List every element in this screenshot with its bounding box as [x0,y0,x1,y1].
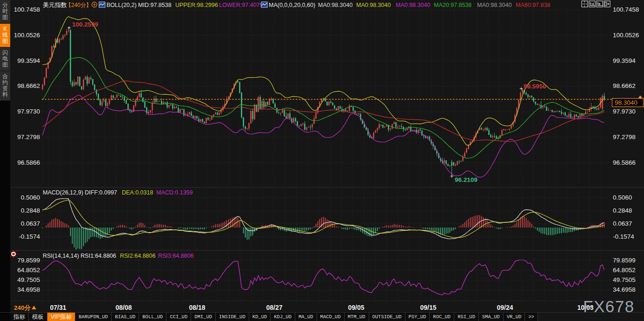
svg-text:0.5060: 0.5060 [613,194,632,201]
svg-text:96.2109: 96.2109 [455,176,478,183]
svg-text:49.7505: 49.7505 [613,276,636,283]
svg-text:09/24: 09/24 [497,304,513,311]
svg-text:34.6958: 34.6958 [17,286,40,293]
svg-text:100.7458: 100.7458 [14,6,40,13]
svg-text:RSI3:64.8806: RSI3:64.8806 [158,253,193,259]
svg-text:RSI(14,14,14) RSI1:64.8806: RSI(14,14,14) RSI1:64.8806 [43,253,116,259]
svg-text:-0.1574: -0.1574 [19,233,40,240]
svg-text:96.5866: 96.5866 [613,159,636,166]
svg-text:49.7505: 49.7505 [17,276,40,283]
svg-text:MA60:97.838: MA60:97.838 [516,2,550,8]
svg-text:美元指数: 美元指数 [43,1,67,8]
svg-text:MACD(26,12,9) DIFF:0.0997: MACD(26,12,9) DIFF:0.0997 [43,189,117,196]
svg-text:0.2848: 0.2848 [613,207,632,214]
svg-text:MACD:0.1359: MACD:0.1359 [156,189,193,196]
svg-text:97.9730: 97.9730 [17,108,40,115]
svg-text:100.7458: 100.7458 [613,6,639,13]
svg-text:240分: 240分 [14,304,31,311]
svg-text:100.0526: 100.0526 [613,32,639,39]
svg-text:34.6958: 34.6958 [613,286,636,293]
svg-text:98.5950: 98.5950 [524,83,546,90]
svg-text:UPPER:98.2996: UPPER:98.2996 [175,2,218,8]
svg-text:98.6662: 98.6662 [17,82,40,89]
svg-text:MA0:98.3040: MA0:98.3040 [396,2,430,8]
svg-text:08/08: 08/08 [115,304,132,311]
svg-text:79.8599: 79.8599 [613,257,636,264]
svg-text:09/15: 09/15 [420,304,436,311]
svg-text:07/31: 07/31 [50,304,66,311]
svg-text:MA20:97.8538: MA20:97.8538 [434,2,471,8]
svg-text:+: + [67,24,71,31]
svg-text:+: + [450,173,454,180]
svg-text:100.2599: 100.2599 [72,21,98,28]
svg-text:98.6662: 98.6662 [613,82,636,89]
svg-text:97.2798: 97.2798 [613,134,636,140]
svg-text:09/05: 09/05 [348,304,364,311]
svg-text:64.8052: 64.8052 [17,267,40,274]
svg-text:LOWER:97.4079: LOWER:97.4079 [219,2,263,8]
svg-text:79.8599: 79.8599 [17,257,40,264]
svg-text:MA0:98.3040: MA0:98.3040 [356,2,391,8]
svg-text:96.5866: 96.5866 [17,159,40,166]
svg-text:08/27: 08/27 [266,304,282,311]
svg-text:MA0:98.3040: MA0:98.3040 [477,2,511,8]
svg-text:-0.1574: -0.1574 [613,233,634,240]
svg-text:0.0637: 0.0637 [21,220,40,227]
svg-text:64.8052: 64.8052 [613,267,636,274]
svg-text:MA0:98.3040: MA0:98.3040 [318,2,352,8]
svg-text:MA(0,0,0,20,0,60): MA(0,0,0,20,0,60) [269,2,315,8]
svg-text:97.9730: 97.9730 [613,108,636,115]
svg-text:98.3040: 98.3040 [615,99,637,106]
svg-text:【240分】: 【240分】 [66,2,92,8]
svg-text:DEA:0.0318: DEA:0.0318 [122,189,153,196]
svg-text:99.3594: 99.3594 [613,57,636,64]
svg-text:0.0637: 0.0637 [613,220,632,227]
svg-text:BOLL(20,2) MID:97.8538: BOLL(20,2) MID:97.8538 [106,2,172,8]
svg-text:97.2798: 97.2798 [17,134,40,140]
svg-text:0.2848: 0.2848 [21,207,40,214]
svg-text:RSI2:64.8806: RSI2:64.8806 [120,253,155,259]
svg-text:+: + [519,85,523,92]
svg-text:99.3594: 99.3594 [17,57,40,64]
svg-text:100.0526: 100.0526 [14,32,40,39]
svg-text:08/18: 08/18 [189,304,205,311]
svg-text:0.5060: 0.5060 [21,194,40,201]
